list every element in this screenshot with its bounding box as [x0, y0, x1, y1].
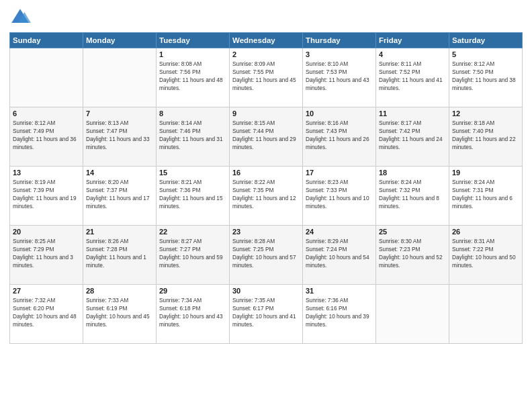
weekday-header-row: SundayMondayTuesdayWednesdayThursdayFrid…: [10, 33, 523, 48]
calendar-week-2: 6Sunrise: 8:12 AM Sunset: 7:49 PM Daylig…: [10, 107, 523, 167]
day-number: 16: [232, 169, 300, 177]
day-info: Sunrise: 8:10 AM Sunset: 7:53 PM Dayligh…: [306, 60, 373, 92]
calendar-cell: 17Sunrise: 8:23 AM Sunset: 7:33 PM Dayli…: [303, 167, 376, 226]
day-number: 23: [232, 228, 300, 236]
header: [9, 7, 523, 28]
day-info: Sunrise: 8:28 AM Sunset: 7:25 PM Dayligh…: [232, 237, 300, 269]
day-number: 29: [159, 287, 226, 295]
day-info: Sunrise: 7:36 AM Sunset: 6:16 PM Dayligh…: [306, 296, 373, 328]
calendar-cell: 4Sunrise: 8:11 AM Sunset: 7:52 PM Daylig…: [376, 48, 449, 107]
calendar-cell: 2Sunrise: 8:09 AM Sunset: 7:55 PM Daylig…: [230, 48, 303, 107]
calendar-cell: 10Sunrise: 8:16 AM Sunset: 7:43 PM Dayli…: [303, 107, 376, 167]
day-info: Sunrise: 8:13 AM Sunset: 7:47 PM Dayligh…: [86, 119, 153, 151]
day-info: Sunrise: 8:30 AM Sunset: 7:23 PM Dayligh…: [379, 237, 446, 269]
day-number: 28: [86, 287, 153, 295]
calendar-cell: 15Sunrise: 8:21 AM Sunset: 7:36 PM Dayli…: [157, 167, 230, 226]
day-info: Sunrise: 8:18 AM Sunset: 7:40 PM Dayligh…: [452, 119, 519, 151]
day-number: 26: [452, 228, 519, 236]
day-number: 6: [13, 109, 80, 118]
day-info: Sunrise: 8:23 AM Sunset: 7:33 PM Dayligh…: [306, 178, 373, 210]
weekday-header-monday: Monday: [83, 33, 157, 48]
day-info: Sunrise: 8:15 AM Sunset: 7:44 PM Dayligh…: [232, 119, 300, 151]
day-number: 19: [452, 169, 519, 177]
calendar-week-3: 13Sunrise: 8:19 AM Sunset: 7:39 PM Dayli…: [10, 167, 523, 226]
calendar-cell: 30Sunrise: 7:35 AM Sunset: 6:17 PM Dayli…: [230, 285, 303, 344]
calendar-table: SundayMondayTuesdayWednesdayThursdayFrid…: [9, 32, 523, 344]
page: SundayMondayTuesdayWednesdayThursdayFrid…: [0, 0, 532, 411]
day-info: Sunrise: 7:32 AM Sunset: 6:20 PM Dayligh…: [13, 296, 80, 328]
calendar-week-4: 20Sunrise: 8:25 AM Sunset: 7:29 PM Dayli…: [10, 226, 523, 285]
weekday-header-tuesday: Tuesday: [157, 33, 230, 48]
day-number: 5: [452, 50, 519, 58]
calendar-cell: 31Sunrise: 7:36 AM Sunset: 6:16 PM Dayli…: [303, 285, 376, 344]
calendar-cell: 23Sunrise: 8:28 AM Sunset: 7:25 PM Dayli…: [230, 226, 303, 285]
day-number: 11: [379, 109, 446, 118]
calendar-cell: 6Sunrise: 8:12 AM Sunset: 7:49 PM Daylig…: [10, 107, 83, 167]
weekday-header-friday: Friday: [376, 33, 449, 48]
day-info: Sunrise: 8:24 AM Sunset: 7:32 PM Dayligh…: [379, 178, 446, 210]
day-info: Sunrise: 8:26 AM Sunset: 7:28 PM Dayligh…: [86, 237, 153, 269]
calendar-cell: 27Sunrise: 7:32 AM Sunset: 6:20 PM Dayli…: [10, 285, 83, 344]
calendar-cell: 29Sunrise: 7:34 AM Sunset: 6:18 PM Dayli…: [157, 285, 230, 344]
calendar-cell: 25Sunrise: 8:30 AM Sunset: 7:23 PM Dayli…: [376, 226, 449, 285]
calendar-cell: 9Sunrise: 8:15 AM Sunset: 7:44 PM Daylig…: [230, 107, 303, 167]
weekday-header-sunday: Sunday: [10, 33, 83, 48]
weekday-header-thursday: Thursday: [303, 33, 376, 48]
calendar-week-1: 1Sunrise: 8:08 AM Sunset: 7:56 PM Daylig…: [10, 48, 523, 107]
calendar-cell: 7Sunrise: 8:13 AM Sunset: 7:47 PM Daylig…: [83, 107, 157, 167]
day-number: 15: [159, 169, 226, 177]
day-info: Sunrise: 8:21 AM Sunset: 7:36 PM Dayligh…: [159, 178, 226, 210]
calendar-cell: 8Sunrise: 8:14 AM Sunset: 7:46 PM Daylig…: [157, 107, 230, 167]
day-number: 25: [379, 228, 446, 236]
calendar-cell: 13Sunrise: 8:19 AM Sunset: 7:39 PM Dayli…: [10, 167, 83, 226]
calendar-cell: 28Sunrise: 7:33 AM Sunset: 6:19 PM Dayli…: [83, 285, 157, 344]
day-number: 31: [306, 287, 373, 295]
logo: [9, 7, 34, 28]
day-number: 7: [86, 109, 153, 118]
day-number: 27: [13, 287, 80, 295]
day-number: 18: [379, 169, 446, 177]
calendar-cell: 5Sunrise: 8:12 AM Sunset: 7:50 PM Daylig…: [449, 48, 523, 107]
day-info: Sunrise: 8:14 AM Sunset: 7:46 PM Dayligh…: [159, 119, 226, 151]
calendar-cell: 26Sunrise: 8:31 AM Sunset: 7:22 PM Dayli…: [449, 226, 523, 285]
day-info: Sunrise: 8:08 AM Sunset: 7:56 PM Dayligh…: [159, 60, 226, 92]
logo-icon: [9, 7, 31, 28]
day-number: 17: [306, 169, 373, 177]
calendar-cell: [83, 48, 157, 107]
calendar-cell: 14Sunrise: 8:20 AM Sunset: 7:37 PM Dayli…: [83, 167, 157, 226]
day-info: Sunrise: 8:19 AM Sunset: 7:39 PM Dayligh…: [13, 178, 80, 210]
day-info: Sunrise: 7:33 AM Sunset: 6:19 PM Dayligh…: [86, 296, 153, 328]
calendar-cell: 19Sunrise: 8:24 AM Sunset: 7:31 PM Dayli…: [449, 167, 523, 226]
day-info: Sunrise: 7:34 AM Sunset: 6:18 PM Dayligh…: [159, 296, 226, 328]
day-number: 4: [379, 50, 446, 58]
day-info: Sunrise: 8:29 AM Sunset: 7:24 PM Dayligh…: [306, 237, 373, 269]
calendar-cell: 11Sunrise: 8:17 AM Sunset: 7:42 PM Dayli…: [376, 107, 449, 167]
calendar-week-5: 27Sunrise: 7:32 AM Sunset: 6:20 PM Dayli…: [10, 285, 523, 344]
day-info: Sunrise: 8:25 AM Sunset: 7:29 PM Dayligh…: [13, 237, 80, 269]
day-number: 14: [86, 169, 153, 177]
calendar-cell: [449, 285, 523, 344]
day-info: Sunrise: 8:11 AM Sunset: 7:52 PM Dayligh…: [379, 60, 446, 92]
day-info: Sunrise: 8:31 AM Sunset: 7:22 PM Dayligh…: [452, 237, 519, 269]
calendar-cell: 1Sunrise: 8:08 AM Sunset: 7:56 PM Daylig…: [157, 48, 230, 107]
day-number: 10: [306, 109, 373, 118]
day-number: 13: [13, 169, 80, 177]
calendar-cell: 22Sunrise: 8:27 AM Sunset: 7:27 PM Dayli…: [157, 226, 230, 285]
calendar-cell: [376, 285, 449, 344]
day-info: Sunrise: 7:35 AM Sunset: 6:17 PM Dayligh…: [232, 296, 300, 328]
calendar-cell: 20Sunrise: 8:25 AM Sunset: 7:29 PM Dayli…: [10, 226, 83, 285]
calendar-cell: [10, 48, 83, 107]
day-info: Sunrise: 8:20 AM Sunset: 7:37 PM Dayligh…: [86, 178, 153, 210]
calendar-cell: 21Sunrise: 8:26 AM Sunset: 7:28 PM Dayli…: [83, 226, 157, 285]
day-info: Sunrise: 8:17 AM Sunset: 7:42 PM Dayligh…: [379, 119, 446, 151]
day-number: 22: [159, 228, 226, 236]
day-info: Sunrise: 8:27 AM Sunset: 7:27 PM Dayligh…: [159, 237, 226, 269]
day-info: Sunrise: 8:09 AM Sunset: 7:55 PM Dayligh…: [232, 60, 300, 92]
calendar-cell: 3Sunrise: 8:10 AM Sunset: 7:53 PM Daylig…: [303, 48, 376, 107]
day-number: 9: [232, 109, 300, 118]
day-number: 21: [86, 228, 153, 236]
day-info: Sunrise: 8:24 AM Sunset: 7:31 PM Dayligh…: [452, 178, 519, 210]
weekday-header-saturday: Saturday: [449, 33, 523, 48]
day-info: Sunrise: 8:12 AM Sunset: 7:50 PM Dayligh…: [452, 60, 519, 92]
day-number: 20: [13, 228, 80, 236]
